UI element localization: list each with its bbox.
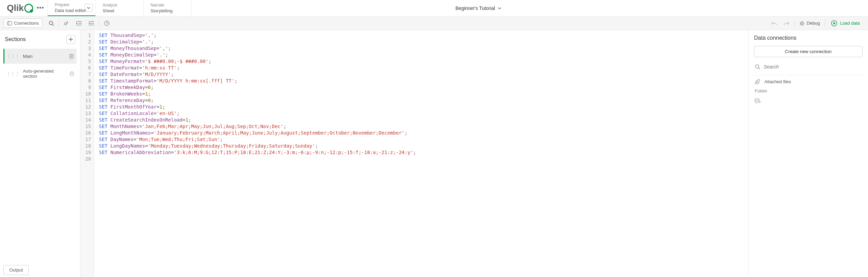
svg-line-16 (800, 23, 801, 23)
attached-files-label: Attached files (764, 79, 791, 84)
code-line[interactable]: SET CollationLocale='en-US'; (99, 110, 416, 117)
debug-button[interactable]: Debug (796, 21, 823, 26)
select-data-icon[interactable] (754, 97, 863, 105)
logo-text: Qlik (7, 3, 24, 13)
code-line[interactable]: SET FirstWeekDay=6; (99, 84, 416, 91)
section-item-auto-generated[interactable]: ⋮⋮⋮ Auto-generated section (3, 64, 77, 84)
attached-files-row[interactable]: Attached files (754, 75, 863, 88)
svg-text:?: ? (106, 22, 108, 25)
code-line[interactable]: SET CreateSearchIndexOnReload=1; (99, 117, 416, 123)
svg-line-18 (803, 23, 804, 23)
chevron-down-icon[interactable] (85, 4, 93, 12)
code-line[interactable]: SET MoneyFormat='$ ###0.00;-$ ###0.00'; (99, 58, 416, 65)
more-icon[interactable]: ••• (37, 4, 44, 12)
data-connections-title: Data connections (754, 35, 863, 41)
top-bar: Qlik ••• Prepare Data load editor Analyz… (0, 0, 868, 16)
code-editor[interactable]: 1234567891011121314151617181920 SET Thou… (80, 30, 748, 277)
undo-icon[interactable] (768, 18, 780, 28)
indent-icon[interactable] (73, 18, 85, 28)
load-label: Load data (840, 21, 860, 26)
tab-small-label: Analyze (103, 3, 137, 8)
redo-icon[interactable] (780, 18, 793, 28)
load-data-button[interactable]: Load data (826, 20, 865, 26)
code-body[interactable]: SET ThousandSep=',';SET DecimalSep='.';S… (94, 30, 419, 277)
connections-button[interactable]: Connections (3, 18, 42, 28)
tab-narrate[interactable]: Narrate Storytelling (143, 0, 191, 16)
code-line[interactable] (99, 156, 416, 162)
tab-small-label: Narrate (151, 3, 184, 8)
svg-line-20 (801, 22, 801, 22)
debug-label: Debug (807, 21, 820, 26)
tab-big-label: Storytelling (151, 8, 184, 13)
code-line[interactable]: SET DateFormat='M/D/YYYY'; (99, 71, 416, 78)
sections-panel: Sections ⋮⋮⋮ Main ⋮⋮⋮ Auto-generated sec… (0, 30, 80, 277)
app-title-text: Beginner's Tutorial (455, 5, 495, 11)
attachment-icon (755, 79, 760, 84)
code-line[interactable]: SET ThousandSep=','; (99, 32, 416, 39)
drag-handle-icon[interactable]: ⋮⋮⋮ (6, 71, 20, 76)
logo-q-icon (24, 4, 33, 13)
folder-label: Folder (754, 88, 863, 97)
tab-analyze[interactable]: Analyze Sheet (95, 0, 143, 16)
code-line[interactable]: SET MoneyThousandSep=','; (99, 45, 416, 52)
svg-rect-0 (8, 21, 12, 25)
connection-search-input[interactable] (764, 64, 862, 70)
add-section-button[interactable] (66, 35, 75, 44)
code-line[interactable]: SET MonthNames='Jan;Feb;Mar;Apr;May;Jun;… (99, 123, 416, 130)
code-line[interactable]: SET NumericalAbbreviation='3:k;6:M;9:G;1… (99, 149, 416, 156)
code-line[interactable]: SET TimeFormat='h:mm:ss TT'; (99, 65, 416, 71)
connections-label: Connections (14, 21, 39, 26)
tab-prepare[interactable]: Prepare Data load editor (48, 0, 95, 16)
code-line[interactable]: SET DayNames='Mon;Tue;Wed;Thu;Fri;Sat;Su… (99, 136, 416, 143)
connection-search[interactable] (754, 62, 863, 72)
drag-handle-icon[interactable]: ⋮⋮⋮ (6, 53, 20, 59)
code-line[interactable]: SET ReferenceDay=0; (99, 97, 416, 104)
comment-toggle-icon[interactable]: // (61, 18, 73, 28)
app-title-dropdown[interactable]: Beginner's Tutorial (191, 5, 765, 11)
logo-area: Qlik ••• (0, 3, 48, 13)
section-item-main[interactable]: ⋮⋮⋮ Main (3, 49, 77, 64)
code-line[interactable]: SET LongDayNames='Monday;Tuesday;Wednesd… (99, 143, 416, 149)
create-connection-button[interactable]: Create new connection (754, 46, 863, 57)
sections-header: Sections (3, 35, 77, 44)
code-line[interactable]: SET DecimalSep='.'; (99, 39, 416, 45)
tab-big-label: Data load editor (55, 8, 89, 13)
code-line[interactable]: SET MoneyDecimalSep='.'; (99, 52, 416, 58)
svg-line-17 (800, 24, 801, 24)
svg-point-2 (49, 21, 53, 25)
code-line[interactable]: SET FirstMonthOfYear=1; (99, 104, 416, 110)
code-line[interactable]: SET TimestampFormat='M/D/YYYY h:mm:ss[.f… (99, 78, 416, 84)
data-connections-panel: Data connections Create new connection A… (748, 30, 868, 277)
search-icon[interactable] (45, 18, 57, 28)
svg-line-33 (759, 68, 760, 69)
bug-icon (799, 21, 805, 26)
output-button[interactable]: Output (3, 265, 29, 275)
code-line[interactable]: SET BrokenWeeks=1; (99, 91, 416, 97)
svg-line-3 (52, 24, 54, 26)
toolbar-right: Debug Load data (768, 18, 865, 28)
toolbar: Connections // ? Debug (0, 16, 868, 30)
svg-point-32 (755, 65, 759, 68)
search-icon (755, 64, 760, 70)
lock-icon (70, 71, 74, 76)
tab-small-label: Prepare (55, 2, 89, 7)
tab-big-label: Sheet (103, 8, 137, 13)
outdent-icon[interactable] (85, 18, 98, 28)
help-icon[interactable]: ? (101, 18, 113, 28)
nav-tabs: Prepare Data load editor Analyze Sheet N… (48, 0, 191, 16)
chevron-down-icon (498, 7, 501, 9)
sections-title: Sections (5, 36, 26, 42)
svg-point-34 (755, 99, 759, 100)
trash-icon[interactable] (69, 53, 74, 59)
qlik-logo: Qlik (7, 3, 33, 13)
main-area: Sections ⋮⋮⋮ Main ⋮⋮⋮ Auto-generated sec… (0, 30, 868, 277)
line-gutter: 1234567891011121314151617181920 (80, 30, 94, 277)
toolbar-left: Connections // ? (3, 18, 113, 28)
svg-rect-31 (70, 73, 74, 76)
svg-line-21 (803, 22, 803, 22)
play-icon (831, 20, 837, 26)
panel-icon (7, 21, 12, 25)
code-line[interactable]: SET LongMonthNames='January;February;Mar… (99, 130, 416, 136)
svg-line-19 (803, 24, 804, 24)
section-label: Main (23, 54, 33, 59)
